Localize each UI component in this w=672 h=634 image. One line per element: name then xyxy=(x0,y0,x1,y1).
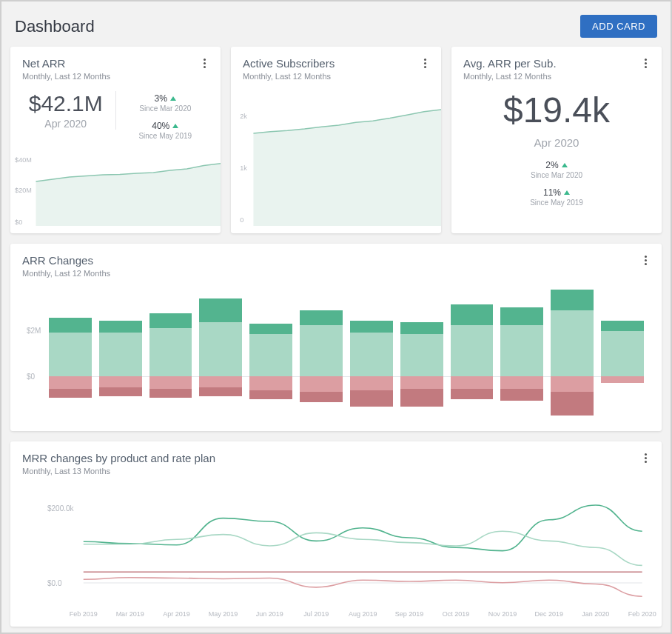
card-subtitle: Monthly, Last 12 Months xyxy=(22,269,650,278)
card-subtitle: Monthly, Last 12 Months xyxy=(22,72,209,81)
delta1-since: Since Mar 2020 xyxy=(139,104,191,113)
active-subscribers-chart: 2k 1k 0 xyxy=(231,93,441,233)
card-active-subscribers: Active Subscribers Monthly, Last 12 Mont… xyxy=(231,47,441,233)
xtick: Jul 2019 xyxy=(303,610,329,618)
more-icon[interactable] xyxy=(197,54,212,72)
more-icon[interactable] xyxy=(638,449,653,467)
top-row: Net ARR Monthly, Last 12 Months $42.1M A… xyxy=(10,47,662,233)
card-arr-changes: ARR Changes Monthly, Last 12 Months $2M … xyxy=(10,244,662,431)
xtick: Dec 2019 xyxy=(535,610,564,618)
net-arr-value: $42.1M xyxy=(22,91,110,116)
xtick: Mar 2019 xyxy=(116,610,144,618)
up-arrow-icon xyxy=(562,163,568,167)
ytick: $20M xyxy=(15,187,32,194)
avg-arr-value: $19.4k xyxy=(463,90,650,130)
more-icon[interactable] xyxy=(417,54,432,72)
ytick: $0 xyxy=(27,372,35,380)
bar-column xyxy=(451,287,494,420)
delta1-since: Since Mar 2020 xyxy=(531,171,582,179)
xtick: Apr 2019 xyxy=(163,610,190,618)
up-arrow-icon xyxy=(564,190,570,195)
delta1-pct: 3% xyxy=(155,93,167,104)
bar-column xyxy=(249,287,292,420)
more-icon[interactable] xyxy=(638,54,653,72)
more-icon[interactable] xyxy=(638,251,653,269)
card-subtitle: Monthly, Last 12 Months xyxy=(463,72,650,81)
net-arr-chart: $40M $20M $0 xyxy=(10,152,221,233)
bar-column xyxy=(99,287,142,420)
bar-column xyxy=(300,287,343,420)
delta1-pct: 2% xyxy=(545,160,558,170)
xtick: Jan 2020 xyxy=(582,610,609,618)
xtick: Feb 2020 xyxy=(628,610,656,618)
delta2-pct: 11% xyxy=(543,187,561,198)
avg-arr-date: Apr 2020 xyxy=(463,136,650,149)
up-arrow-icon xyxy=(170,96,176,101)
delta2-since: Since May 2019 xyxy=(138,132,192,140)
xtick: May 2019 xyxy=(209,610,238,618)
bar-column xyxy=(350,287,393,420)
card-net-arr: Net ARR Monthly, Last 12 Months $42.1M A… xyxy=(10,47,221,233)
ytick: 0 xyxy=(240,216,243,224)
card-title: Net ARR xyxy=(22,57,209,70)
card-title: Avg. ARR per Sub. xyxy=(463,57,650,70)
xtick: Oct 2019 xyxy=(443,610,470,618)
card-subtitle: Monthly, Last 12 Months xyxy=(243,72,429,81)
bar-column xyxy=(49,287,92,420)
bar-column xyxy=(149,287,192,420)
ytick: $200.0k xyxy=(47,504,74,513)
delta2-pct: 40% xyxy=(152,121,169,131)
card-title: ARR Changes xyxy=(22,254,650,267)
ytick: 2k xyxy=(240,113,247,120)
page-header: Dashboard ADD CARD xyxy=(10,9,662,47)
card-mrr-changes: MRR changes by product and rate plan Mon… xyxy=(10,441,662,627)
up-arrow-icon xyxy=(172,124,178,128)
ytick: $40M xyxy=(15,156,32,164)
xtick: Nov 2019 xyxy=(488,610,517,618)
card-subtitle: Monthly, Last 13 Months xyxy=(22,467,650,476)
ytick: $0 xyxy=(15,218,22,226)
bar-column xyxy=(199,287,242,420)
ytick: 1k xyxy=(240,164,247,172)
net-arr-date: Apr 2020 xyxy=(22,118,110,130)
bar-column xyxy=(551,287,594,420)
card-title: MRR changes by product and rate plan xyxy=(22,452,650,464)
page-title: Dashboard xyxy=(15,17,95,36)
bar-column xyxy=(400,287,443,420)
ytick: $2M xyxy=(27,327,41,335)
xtick: Sep 2019 xyxy=(395,610,424,618)
ytick: $0.0 xyxy=(47,579,61,587)
arr-changes-chart: $2M $0 xyxy=(22,287,650,420)
add-card-button[interactable]: ADD CARD xyxy=(580,15,657,38)
bar-column xyxy=(500,287,543,420)
card-avg-arr-per-sub: Avg. ARR per Sub. Monthly, Last 12 Month… xyxy=(451,47,662,233)
xtick: Feb 2019 xyxy=(70,610,98,618)
xtick: Jun 2019 xyxy=(256,610,283,618)
xtick: Aug 2019 xyxy=(349,610,377,618)
mrr-changes-chart: $200.0k $0.0 Feb 2019Mar 2019Apr 2019May… xyxy=(22,484,650,618)
bar-column xyxy=(601,287,644,420)
delta2-since: Since May 2019 xyxy=(530,198,583,207)
card-title: Active Subscribers xyxy=(243,57,429,70)
